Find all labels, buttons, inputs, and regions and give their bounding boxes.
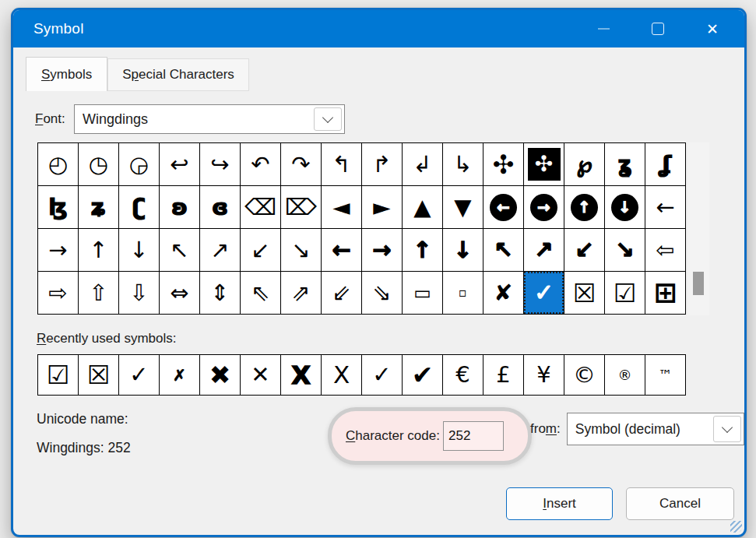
- character-code-input[interactable]: [443, 421, 504, 451]
- symbol-cell[interactable]: ¥: [524, 355, 564, 395]
- symbol-cell[interactable]: →: [362, 229, 402, 271]
- symbol-cell[interactable]: ↓: [605, 186, 645, 228]
- symbol-cell[interactable]: ʗ: [119, 186, 159, 228]
- symbol-cell[interactable]: ←: [645, 186, 685, 228]
- symbol-cell[interactable]: ▭: [403, 272, 442, 314]
- symbol-cell[interactable]: ▫: [443, 272, 483, 314]
- symbol-cell[interactable]: ☒: [564, 272, 604, 314]
- symbol-cell[interactable]: ʓ: [605, 143, 645, 185]
- symbol-cell[interactable]: ✓: [362, 355, 402, 395]
- symbol-cell[interactable]: ✔: [403, 355, 442, 395]
- from-select-chevron-box[interactable]: [713, 416, 741, 442]
- symbol-cell[interactable]: →: [524, 186, 564, 228]
- symbol-cell[interactable]: ⇘: [362, 272, 402, 314]
- symbol-cell[interactable]: ✓: [119, 355, 159, 395]
- symbol-glyph: ↪: [210, 153, 229, 176]
- symbol-cell[interactable]: ⇗: [281, 272, 321, 314]
- symbol-cell[interactable]: X: [281, 355, 321, 395]
- symbol-cell[interactable]: ✘: [483, 272, 523, 314]
- symbol-cell[interactable]: ▼: [443, 186, 483, 228]
- symbol-cell[interactable]: ◄: [322, 186, 361, 228]
- symbol-cell[interactable]: ◷: [79, 143, 118, 185]
- symbol-cell[interactable]: ↖: [483, 229, 523, 271]
- symbol-cell[interactable]: ʚ: [160, 186, 199, 228]
- symbol-cell[interactable]: ↶: [241, 143, 280, 185]
- symbol-cell[interactable]: ↲: [403, 143, 442, 185]
- symbol-cell[interactable]: €: [443, 355, 483, 395]
- symbol-cell[interactable]: ɮ: [38, 186, 78, 228]
- symbol-cell[interactable]: ☑: [605, 272, 645, 314]
- resize-grip[interactable]: [730, 521, 742, 533]
- close-button[interactable]: ✕: [701, 17, 724, 40]
- symbol-cell[interactable]: ←: [483, 186, 523, 228]
- symbol-cell[interactable]: ↓: [119, 229, 159, 271]
- symbol-grid[interactable]: ◴◷◶↩↪↶↷↰↱↲↳✣✣℘ʓʆɮʑʗʚɞ⌫⌦◄►▲▼←→↑↓←→↑↓↖↗↙↘←…: [37, 142, 686, 315]
- symbol-cell[interactable]: ↙: [564, 229, 604, 271]
- symbol-cell[interactable]: ▲: [403, 186, 442, 228]
- symbol-cell[interactable]: ⇨: [38, 272, 78, 314]
- scrollbar-thumb[interactable]: [693, 272, 704, 295]
- symbol-cell[interactable]: ↘: [281, 229, 321, 271]
- symbol-cell[interactable]: ʆ: [645, 143, 685, 185]
- symbol-cell[interactable]: ⇦: [645, 229, 685, 271]
- symbol-cell[interactable]: ✖: [200, 355, 240, 395]
- symbol-cell[interactable]: ʑ: [79, 186, 118, 228]
- insert-button[interactable]: Insert: [506, 487, 613, 520]
- symbol-cell[interactable]: ⌫: [241, 186, 280, 228]
- symbol-cell[interactable]: ↓: [443, 229, 483, 271]
- symbol-cell[interactable]: ɞ: [200, 186, 240, 228]
- symbol-cell[interactable]: X: [322, 355, 361, 395]
- recently-used-grid[interactable]: ☑☒✓✗✖✕XX✓✔€£¥©®™: [37, 354, 686, 396]
- symbol-cell[interactable]: ⇖: [241, 272, 280, 314]
- symbol-cell[interactable]: £: [483, 355, 523, 395]
- symbol-cell[interactable]: ✕: [241, 355, 280, 395]
- maximize-button[interactable]: [646, 17, 670, 40]
- scrollbar[interactable]: [687, 142, 709, 315]
- symbol-cell[interactable]: ↳: [443, 143, 483, 185]
- symbol-cell[interactable]: ☑: [38, 355, 78, 395]
- symbol-cell[interactable]: ◶: [119, 143, 159, 185]
- symbol-cell-selected[interactable]: ✓: [524, 272, 564, 314]
- symbol-cell[interactable]: ►: [362, 186, 402, 228]
- tab-symbols[interactable]: Symbols: [26, 57, 107, 91]
- symbol-cell[interactable]: ✣: [483, 143, 523, 185]
- symbol-cell[interactable]: ↘: [605, 229, 645, 271]
- symbol-cell[interactable]: ↗: [524, 229, 564, 271]
- symbol-cell[interactable]: ⇔: [160, 272, 199, 314]
- symbol-cell[interactable]: ⇧: [79, 272, 118, 314]
- symbol-cell[interactable]: ®: [605, 355, 645, 395]
- symbol-cell[interactable]: ™: [645, 355, 685, 395]
- symbol-cell[interactable]: ⇕: [200, 272, 240, 314]
- symbol-cell[interactable]: ←: [322, 229, 361, 271]
- symbol-cell[interactable]: ↰: [322, 143, 361, 185]
- symbol-cell[interactable]: ↱: [362, 143, 402, 185]
- window-title: Symbol: [33, 20, 84, 37]
- symbol-cell[interactable]: ↪: [200, 143, 240, 185]
- symbol-cell[interactable]: ✣: [524, 143, 564, 185]
- cancel-button[interactable]: Cancel: [626, 487, 734, 520]
- symbol-cell[interactable]: ⇙: [322, 272, 361, 314]
- symbol-cell[interactable]: ↖: [160, 229, 199, 271]
- symbol-cell[interactable]: ⌦: [281, 186, 321, 228]
- titlebar[interactable]: Symbol ✕: [13, 10, 744, 47]
- symbol-cell[interactable]: →: [38, 229, 78, 271]
- symbol-cell[interactable]: ◴: [38, 143, 78, 185]
- symbol-cell[interactable]: ⇩: [119, 272, 159, 314]
- symbol-cell[interactable]: ©: [564, 355, 604, 395]
- symbol-cell[interactable]: ✗: [160, 355, 199, 395]
- tab-special-characters[interactable]: Special Characters: [107, 58, 249, 91]
- symbol-cell[interactable]: ↙: [241, 229, 280, 271]
- symbol-cell[interactable]: ℘: [564, 143, 604, 185]
- symbol-cell[interactable]: ☒: [79, 355, 118, 395]
- font-select[interactable]: Wingdings: [74, 104, 345, 134]
- symbol-cell[interactable]: ⊞: [645, 272, 685, 314]
- symbol-cell[interactable]: ↑: [79, 229, 118, 271]
- minimize-button[interactable]: [592, 17, 615, 40]
- symbol-cell[interactable]: ↗: [200, 229, 240, 271]
- symbol-cell[interactable]: ↑: [403, 229, 442, 271]
- font-select-chevron-box[interactable]: [314, 107, 342, 131]
- from-select[interactable]: Symbol (decimal): [567, 413, 744, 445]
- symbol-cell[interactable]: ↩: [160, 143, 199, 185]
- symbol-cell[interactable]: ↑: [564, 186, 604, 228]
- symbol-cell[interactable]: ↷: [281, 143, 321, 185]
